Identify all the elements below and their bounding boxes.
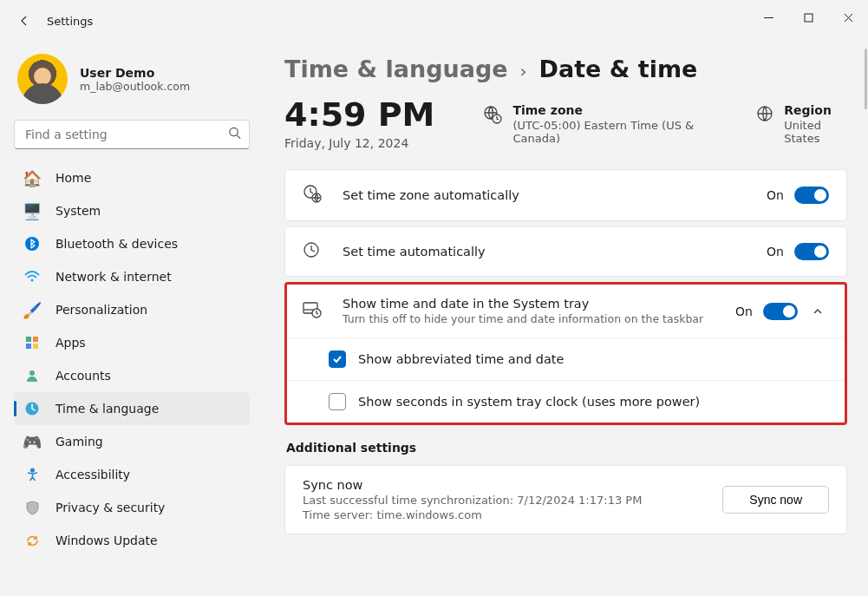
svg-rect-4 [26,337,31,342]
svg-rect-5 [33,337,38,342]
section-title-additional: Additional settings [286,441,847,455]
svg-rect-0 [805,14,813,22]
region-label: Region [784,103,847,117]
minimize-icon [764,13,773,23]
update-icon [23,531,42,550]
sidebar-item-label: Network & internet [55,270,172,284]
row-sync-now: Sync now Last successful time synchroniz… [284,465,847,534]
breadcrumb-current: Date & time [539,56,698,82]
sync-last: Last successful time synchronization: 7/… [303,494,642,507]
sync-title: Sync now [303,478,642,492]
current-date: Friday, July 12, 2024 [284,136,434,150]
sidebar-item-personalization[interactable]: 🖌️Personalization [14,293,250,326]
checkbox-seconds[interactable] [329,393,346,410]
timezone-label: Time zone [512,103,708,117]
apps-icon [23,333,42,352]
maximize-icon [804,13,813,23]
sync-now-button[interactable]: Sync now [722,486,829,514]
sub-label: Show abbreviated time and date [358,352,564,366]
maximize-button[interactable] [788,3,828,31]
toggle-auto-timezone[interactable] [794,187,829,204]
sidebar-item-label: Personalization [55,303,147,317]
sidebar-item-bluetooth[interactable]: Bluetooth & devices [14,227,250,260]
sidebar-item-accounts[interactable]: Accounts [14,359,250,392]
sidebar-nav: 🏠Home 🖥️System Bluetooth & devices Netwo… [14,161,250,557]
window-title: Settings [47,15,93,28]
accounts-icon [23,366,42,385]
sidebar-item-time-language[interactable]: Time & language [14,392,250,425]
arrow-left-icon [17,14,31,28]
gaming-icon: 🎮 [23,432,42,451]
breadcrumb: Time & language › Date & time [284,56,847,82]
personalization-icon: 🖌️ [23,300,42,319]
sidebar-item-label: Home [55,171,91,185]
toggle-auto-time[interactable] [794,243,829,260]
sidebar-item-privacy[interactable]: Privacy & security [14,491,250,524]
globe-icon [756,105,773,126]
row-show-seconds[interactable]: Show seconds in system tray clock (uses … [287,380,845,422]
toggle-state: On [767,188,784,202]
sidebar-item-gaming[interactable]: 🎮Gaming [14,425,250,458]
svg-rect-6 [26,344,31,349]
svg-point-3 [30,278,33,281]
collapse-button[interactable] [806,305,829,318]
system-tray-group: Show time and date in the System tray Tu… [284,282,847,425]
toggle-state: On [767,245,784,259]
close-button[interactable] [828,3,868,31]
row-label: Set time zone automatically [343,188,519,202]
svg-rect-7 [33,344,38,349]
privacy-icon [23,498,42,517]
sidebar-item-accessibility[interactable]: Accessibility [14,458,250,491]
close-icon [844,13,853,23]
clock-globe-icon [303,184,323,206]
row-label: Show time and date in the System tray [343,297,703,311]
taskbar-clock-icon [303,301,323,322]
back-button[interactable] [7,3,42,38]
system-icon: 🖥️ [23,201,42,220]
toggle-state: On [735,305,753,318]
breadcrumb-parent[interactable]: Time & language [284,56,508,82]
row-auto-time[interactable]: Set time automatically On [285,227,846,276]
row-show-tray-clock[interactable]: Show time and date in the System tray Tu… [287,285,845,337]
sidebar-item-apps[interactable]: Apps [14,326,250,359]
clock-icon [303,241,323,262]
sidebar-item-label: Privacy & security [55,501,165,514]
sidebar-item-windows-update[interactable]: Windows Update [14,524,250,557]
bluetooth-icon [23,234,42,253]
current-time: 4:59 PM [284,98,434,131]
region-value: United States [784,119,847,145]
checkbox-abbreviated[interactable] [329,350,346,368]
globe-clock-icon [483,105,502,128]
timezone-value: (UTC-05:00) Eastern Time (US & Canada) [512,119,708,145]
chevron-up-icon [812,305,824,318]
toggle-tray-clock[interactable] [763,303,798,320]
sidebar-item-network[interactable]: Network & internet [14,260,250,293]
check-icon [332,354,343,364]
minimize-button[interactable] [748,3,788,31]
sidebar-item-label: Windows Update [55,534,158,547]
chevron-right-icon: › [520,61,527,82]
sidebar-item-label: Bluetooth & devices [55,237,178,251]
sidebar-item-label: Accounts [55,369,111,383]
profile-email: m_lab@outlook.com [80,80,190,93]
profile-block[interactable]: User Demo m_lab@outlook.com [14,47,250,120]
sidebar-item-label: Accessibility [55,468,130,481]
row-label: Set time automatically [343,245,486,259]
svg-point-10 [30,468,34,472]
search-input[interactable] [14,120,250,149]
sidebar-item-system[interactable]: 🖥️System [14,194,250,227]
row-auto-timezone[interactable]: Set time zone automatically On [285,170,846,220]
svg-point-8 [29,370,35,376]
row-abbreviated[interactable]: Show abbreviated time and date [287,337,845,380]
accessibility-icon [23,465,42,484]
search-box[interactable] [14,120,250,149]
sidebar-item-label: Time & language [55,402,159,416]
sub-label: Show seconds in system tray clock (uses … [358,395,700,409]
sidebar-item-label: System [55,204,101,218]
sidebar-item-label: Apps [55,336,86,350]
sidebar-item-home[interactable]: 🏠Home [14,161,250,194]
sync-server: Time server: time.windows.com [303,508,642,521]
row-desc: Turn this off to hide your time and date… [343,312,703,325]
scrollbar[interactable] [865,49,867,109]
time-icon [23,399,42,418]
